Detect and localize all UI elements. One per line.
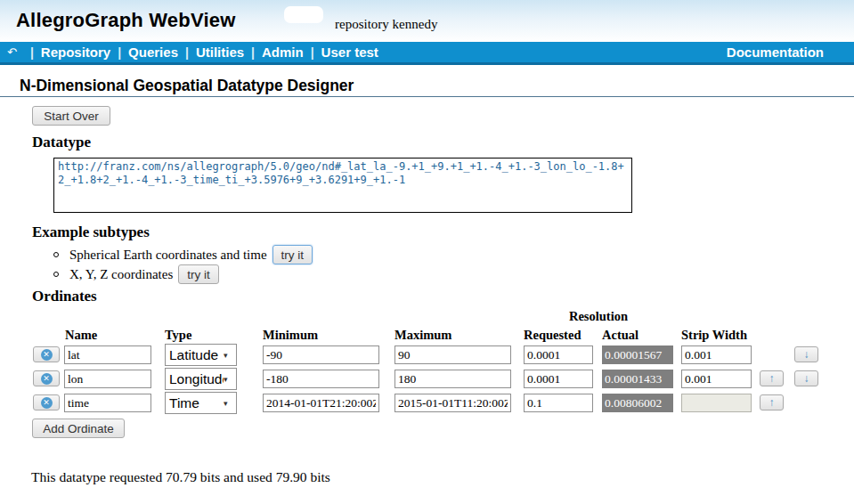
start-over-button[interactable]: Start Over [32, 106, 110, 126]
nav-item-user-test[interactable]: User test [321, 45, 378, 60]
title-divider [0, 96, 854, 97]
strip-width-input[interactable] [681, 394, 752, 412]
add-ordinate-button[interactable]: Add Ordinate [32, 419, 125, 438]
resolution-actual-value: 0.00806002 [602, 394, 673, 412]
ordinate-maximum-input[interactable] [394, 345, 511, 364]
header-banner: AllegroGraph WebView repository kennedy [0, 0, 854, 42]
ordinate-type-select[interactable]: Latitude ▾ [165, 344, 237, 366]
example-subtype-item: X, Y, Z coordinates try it [53, 264, 219, 284]
column-header-resolution: Resolution [524, 309, 673, 324]
chevron-down-icon: ▾ [224, 351, 236, 360]
move-up-button[interactable]: ↑ [760, 394, 784, 411]
repository-label: repository kennedy [335, 17, 437, 32]
nav-item-utilities[interactable]: Utilities [196, 45, 244, 60]
bits-summary-text: This datatype requested 70.79 bits and u… [31, 469, 330, 485]
delete-ordinate-button[interactable]: ✕ [33, 346, 60, 362]
delete-ordinate-button[interactable]: ✕ [33, 370, 60, 386]
resolution-actual-value: 0.00001433 [602, 370, 673, 388]
move-down-button[interactable]: ↓ [794, 346, 818, 362]
header-highlight [284, 6, 323, 23]
strip-width-input[interactable] [681, 370, 752, 388]
move-down-button[interactable]: ↓ [794, 370, 818, 386]
ordinate-type-select[interactable]: Longitude ▾ [165, 368, 237, 390]
list-bullet-icon [53, 252, 59, 257]
nav-item-documentation[interactable]: Documentation [727, 45, 824, 60]
strip-width-input[interactable] [681, 345, 752, 364]
chevron-down-icon: ▾ [224, 399, 236, 408]
ordinate-row: ✕ Longitude ▾ 0.00001433 ↑ ↓ [32, 368, 854, 392]
column-header-strip-width: Strip Width [681, 328, 747, 343]
example-subtype-label: Spherical Earth coordinates and time [69, 248, 267, 263]
nav-separator: | [304, 45, 321, 60]
delete-icon: ✕ [41, 397, 53, 409]
webview-page: AllegroGraph WebView repository kennedy … [0, 0, 854, 504]
resolution-requested-input[interactable] [524, 345, 593, 364]
ordinate-type-value: Time [166, 395, 224, 411]
ordinate-minimum-input[interactable] [263, 370, 379, 388]
ordinate-row: ✕ Time ▾ 0.00806002 ↑ ↓ [32, 392, 854, 416]
resolution-requested-input[interactable] [524, 394, 593, 412]
nav-separator: | [23, 45, 41, 60]
page-title: N-Dimensional Geospatial Datatype Design… [20, 77, 354, 95]
ordinate-name-input[interactable] [64, 370, 151, 388]
chevron-down-icon: ▾ [224, 375, 236, 384]
column-header-actual: Actual [602, 328, 638, 343]
ordinate-type-select[interactable]: Time ▾ [165, 392, 237, 414]
move-up-button[interactable]: ↑ [760, 370, 784, 386]
ordinate-row: ✕ Latitude ▾ 0.00001567 ↑ ↓ [32, 344, 854, 368]
ordinate-minimum-input[interactable] [263, 345, 379, 364]
list-bullet-icon [53, 272, 59, 277]
app-title: AllegroGraph WebView [16, 9, 235, 32]
column-header-type: Type [165, 328, 191, 343]
nav-item-admin[interactable]: Admin [262, 45, 304, 60]
resolution-actual-value: 0.00001567 [602, 345, 673, 364]
column-header-name: Name [65, 328, 97, 343]
delete-ordinate-button[interactable]: ✕ [33, 394, 60, 411]
datatype-heading: Datatype [32, 134, 91, 151]
ordinate-maximum-input[interactable] [394, 370, 511, 388]
ordinates-heading: Ordinates [32, 288, 97, 305]
nav-item-queries[interactable]: Queries [128, 45, 178, 60]
nav-separator: | [178, 45, 196, 60]
nav-item-repository[interactable]: Repository [41, 45, 110, 60]
nav-bar: ↶ | Repository | Queries | Utilities | A… [0, 42, 854, 65]
datatype-textarea[interactable]: http://franz.com/ns/allegrograph/5.0/geo… [53, 158, 632, 213]
ordinate-name-input[interactable] [64, 345, 151, 364]
try-it-button-spherical[interactable]: try it [272, 245, 313, 264]
column-header-maximum: Maximum [394, 328, 451, 343]
column-header-minimum: Minimum [263, 328, 318, 343]
delete-icon: ✕ [41, 349, 53, 361]
resolution-requested-input[interactable] [524, 370, 593, 388]
example-subtype-item: Spherical Earth coordinates and time try… [53, 245, 313, 264]
ordinate-minimum-input[interactable] [263, 394, 379, 412]
back-icon[interactable]: ↶ [0, 45, 23, 59]
ordinate-type-value: Longitude [166, 371, 224, 387]
nav-separator: | [110, 45, 128, 60]
try-it-button-xyz[interactable]: try it [178, 264, 219, 284]
column-header-requested: Requested [524, 328, 581, 343]
example-subtype-label: X, Y, Z coordinates [69, 267, 173, 282]
examples-heading: Example subtypes [32, 224, 150, 241]
nav-separator: | [244, 45, 262, 60]
ordinates-table: ✕ Latitude ▾ 0.00001567 ↑ ↓ ✕ Longitude … [32, 344, 854, 416]
ordinate-type-value: Latitude [166, 347, 224, 363]
ordinate-maximum-input[interactable] [394, 394, 511, 412]
ordinate-name-input[interactable] [64, 394, 151, 412]
delete-icon: ✕ [41, 373, 53, 385]
